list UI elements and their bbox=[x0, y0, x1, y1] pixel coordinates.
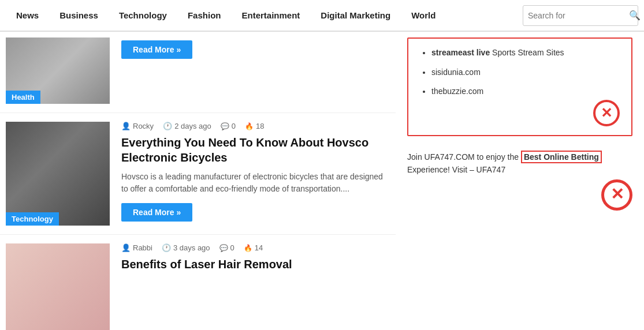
time-ago: 2 days ago bbox=[174, 122, 211, 130]
article-card-health: Health Read More » bbox=[0, 32, 396, 113]
category-badge-health: Health bbox=[6, 91, 40, 104]
article-card-bicycles: Technology Rocky 2 days ago 0 bbox=[0, 113, 396, 235]
article-meta-bicycles: Rocky 2 days ago 0 18 bbox=[121, 122, 390, 130]
author-name-laser: Rabbi bbox=[133, 243, 152, 252]
author-item-laser: Rabbi bbox=[121, 243, 152, 252]
comment-count: 0 bbox=[232, 122, 236, 130]
read-more-button-health[interactable]: Read More » bbox=[121, 40, 192, 59]
sidebar-links-box: streameast live Sports Stream Sites sisi… bbox=[407, 38, 632, 136]
fire-icon bbox=[245, 122, 254, 130]
article-excerpt-bicycles: Hovsco is a leading manufacturer of elec… bbox=[121, 171, 390, 195]
betting-section: Join UFA747.COM to enjoy the Best Online… bbox=[407, 151, 632, 211]
article-body-laser: Rabbi 3 days ago 0 14 Benefits bbox=[121, 243, 390, 330]
link-normal-1: Sports Stream Sites bbox=[490, 48, 564, 57]
time-ago-laser: 3 days ago bbox=[173, 243, 210, 252]
article-title-bicycles: Everything You Need To Know About Hovsco… bbox=[121, 135, 390, 165]
nav-business[interactable]: Business bbox=[49, 0, 109, 31]
betting-text-before: Join UFA747.COM to enjoy the bbox=[407, 152, 519, 162]
close-icon-betting[interactable]: ✕ bbox=[601, 179, 632, 211]
category-badge-technology: Technology bbox=[6, 212, 59, 226]
betting-highlight: Best Online Betting bbox=[521, 151, 602, 163]
link-normal-3: thebuzzie.com bbox=[431, 87, 483, 96]
article-title-laser: Benefits of Laser Hair Removal bbox=[121, 257, 390, 272]
sidebar-links-list: streameast live Sports Stream Sites sisi… bbox=[420, 47, 620, 97]
fires-item: 18 bbox=[245, 122, 264, 130]
read-more-button-bicycles[interactable]: Read More » bbox=[121, 203, 192, 222]
betting-text-after: Experience! Visit – UFA747 bbox=[407, 165, 505, 174]
author-name: Rocky bbox=[133, 122, 154, 130]
fires-item-laser: 14 bbox=[244, 243, 263, 252]
comment-icon-laser bbox=[219, 243, 228, 252]
comments-item-laser: 0 bbox=[219, 243, 234, 252]
sidebar-link-item-1: streameast live Sports Stream Sites bbox=[431, 47, 620, 59]
fire-count-laser: 14 bbox=[255, 243, 263, 252]
link-bold-1: streameast live bbox=[431, 48, 490, 57]
sidebar-link-item-3: thebuzzie.com bbox=[431, 86, 620, 97]
user-icon bbox=[121, 122, 131, 130]
comment-count-laser: 0 bbox=[230, 243, 234, 252]
nav-digital-marketing[interactable]: Digital Marketing bbox=[310, 0, 401, 31]
time-item: 2 days ago bbox=[163, 122, 211, 130]
comment-icon bbox=[221, 122, 229, 130]
article-meta-laser: Rabbi 3 days ago 0 14 bbox=[121, 243, 390, 252]
article-body-health: Read More » bbox=[121, 38, 390, 104]
article-body-bicycles: Rocky 2 days ago 0 18 Everythin bbox=[121, 122, 390, 226]
fire-icon-laser bbox=[244, 243, 252, 252]
close-icon-links[interactable]: ✕ bbox=[593, 100, 620, 126]
search-input[interactable] bbox=[528, 11, 629, 20]
sidebar-link-item-2: sisidunia.com bbox=[431, 67, 620, 78]
search-wrapper: 🔍 bbox=[523, 5, 638, 26]
clock-icon-laser bbox=[162, 243, 171, 252]
article-thumbnail-laser bbox=[6, 243, 110, 330]
fire-count: 18 bbox=[256, 122, 264, 130]
nav-world[interactable]: World bbox=[401, 0, 446, 31]
nav-fashion[interactable]: Fashion bbox=[177, 0, 232, 31]
navbar: News Business Technology Fashion Enterta… bbox=[0, 0, 644, 32]
user-icon-laser bbox=[121, 243, 131, 252]
nav-technology[interactable]: Technology bbox=[109, 0, 177, 31]
time-item-laser: 3 days ago bbox=[162, 243, 210, 252]
article-thumbnail-health: Health bbox=[6, 38, 110, 104]
article-card-laser: Rabbi 3 days ago 0 14 Benefits bbox=[0, 235, 396, 330]
nav-news[interactable]: News bbox=[6, 0, 49, 31]
comments-item: 0 bbox=[221, 122, 236, 130]
search-button[interactable]: 🔍 bbox=[629, 10, 641, 21]
sidebar-column: streameast live Sports Stream Sites sisi… bbox=[396, 32, 644, 330]
articles-column: Health Read More » Technology Rocky bbox=[0, 32, 396, 330]
author-item: Rocky bbox=[121, 122, 154, 130]
main-content: Health Read More » Technology Rocky bbox=[0, 32, 644, 330]
clock-icon bbox=[163, 122, 172, 130]
nav-entertainment[interactable]: Entertainment bbox=[231, 0, 310, 31]
link-normal-2: sisidunia.com bbox=[431, 68, 481, 77]
article-thumbnail-bicycles: Technology bbox=[6, 122, 110, 226]
